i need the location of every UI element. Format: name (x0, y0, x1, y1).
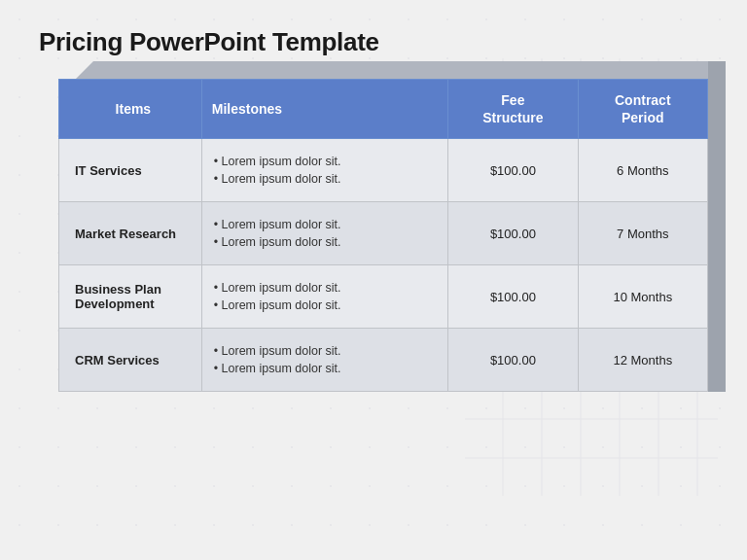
milestone-item: Lorem ipsum dolor sit. (214, 170, 436, 188)
cell-item: IT Services (59, 139, 202, 202)
cell-period: 6 Months (578, 139, 707, 202)
cell-period: 7 Months (578, 202, 707, 265)
cell-milestones: Lorem ipsum dolor sit.Lorem ipsum dolor … (201, 202, 447, 265)
header-contract-period: ContractPeriod (578, 80, 707, 139)
cell-fee: $100.00 (448, 139, 578, 202)
table-container: Items Milestones FeeStructure ContractPe… (58, 79, 708, 392)
table-3d-wrapper: Items Milestones FeeStructure ContractPe… (58, 79, 708, 392)
table-row: Business Plan DevelopmentLorem ipsum dol… (59, 265, 708, 329)
cell-fee: $100.00 (448, 329, 578, 392)
cell-milestones: Lorem ipsum dolor sit.Lorem ipsum dolor … (201, 265, 447, 329)
page-title: Pricing PowerPoint Template (39, 27, 708, 57)
cell-item: Business Plan Development (59, 265, 202, 329)
header-fee-structure: FeeStructure (448, 80, 578, 139)
table-row: Market ResearchLorem ipsum dolor sit.Lor… (59, 202, 708, 265)
cell-milestones: Lorem ipsum dolor sit.Lorem ipsum dolor … (201, 329, 447, 392)
milestone-item: Lorem ipsum dolor sit. (214, 216, 436, 233)
3d-top-face (76, 61, 726, 79)
milestone-item: Lorem ipsum dolor sit. (214, 153, 436, 170)
milestone-item: Lorem ipsum dolor sit. (214, 297, 436, 314)
page-wrapper: Pricing PowerPoint Template Items Milest… (0, 0, 747, 411)
cell-milestones: Lorem ipsum dolor sit.Lorem ipsum dolor … (201, 139, 447, 202)
cell-period: 12 Months (578, 329, 707, 392)
3d-right-face (708, 61, 726, 392)
milestone-item: Lorem ipsum dolor sit. (214, 360, 436, 377)
cell-fee: $100.00 (448, 265, 578, 329)
milestone-item: Lorem ipsum dolor sit. (214, 233, 436, 251)
table-row: CRM ServicesLorem ipsum dolor sit.Lorem … (59, 329, 708, 392)
cell-period: 10 Months (578, 265, 707, 329)
milestone-item: Lorem ipsum dolor sit. (214, 342, 436, 360)
milestone-item: Lorem ipsum dolor sit. (214, 279, 436, 297)
cell-item: Market Research (59, 202, 202, 265)
header-milestones: Milestones (201, 80, 447, 139)
cell-item: CRM Services (59, 329, 202, 392)
table-header-row: Items Milestones FeeStructure ContractPe… (59, 80, 708, 139)
table-row: IT ServicesLorem ipsum dolor sit.Lorem i… (59, 139, 708, 202)
header-items: Items (59, 80, 202, 139)
pricing-table: Items Milestones FeeStructure ContractPe… (58, 79, 708, 392)
cell-fee: $100.00 (448, 202, 578, 265)
